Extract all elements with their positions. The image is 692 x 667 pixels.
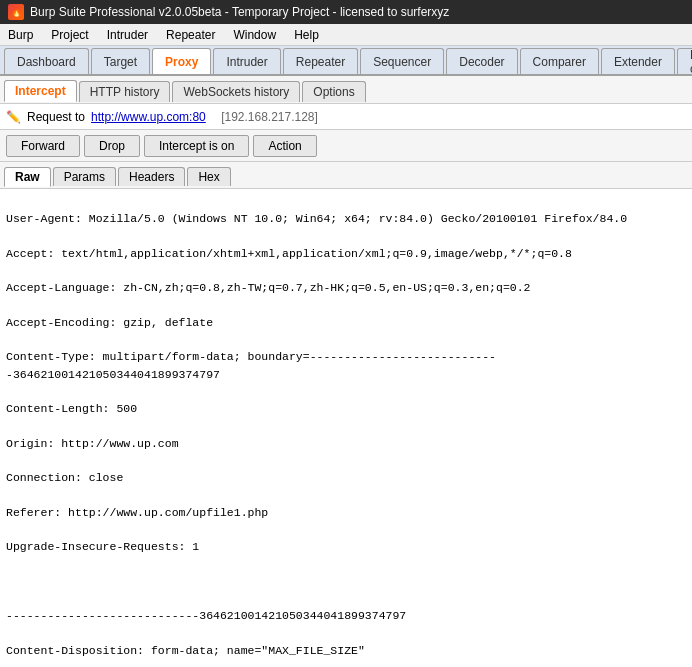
contenttab-hex[interactable]: Hex: [187, 167, 230, 186]
menu-intruder[interactable]: Intruder: [103, 26, 152, 44]
header-connection: Connection: close: [6, 471, 123, 484]
tab-project-options[interactable]: Project options: [677, 48, 692, 74]
request-label: Request to: [27, 110, 85, 124]
tab-extender[interactable]: Extender: [601, 48, 675, 74]
menu-project[interactable]: Project: [47, 26, 92, 44]
sub-tabs: Intercept HTTP history WebSockets histor…: [0, 76, 692, 104]
menu-help[interactable]: Help: [290, 26, 323, 44]
tab-sequencer[interactable]: Sequencer: [360, 48, 444, 74]
header-content-type: Content-Type: multipart/form-data; bound…: [6, 350, 496, 380]
menu-burp[interactable]: Burp: [4, 26, 37, 44]
menu-bar: Burp Project Intruder Repeater Window He…: [0, 24, 692, 46]
header-accept-encoding: Accept-Encoding: gzip, deflate: [6, 316, 213, 329]
drop-button[interactable]: Drop: [84, 135, 140, 157]
header-origin: Origin: http://www.up.com: [6, 437, 179, 450]
subtab-options[interactable]: Options: [302, 81, 365, 102]
tab-target[interactable]: Target: [91, 48, 150, 74]
request-info: ✏️ Request to http://www.up.com:80 [192.…: [0, 104, 692, 130]
contenttab-params[interactable]: Params: [53, 167, 116, 186]
content-disposition-1: Content-Disposition: form-data; name="MA…: [6, 644, 365, 657]
header-user-agent: User-Agent: Mozilla/5.0 (Windows NT 10.0…: [6, 212, 627, 225]
content-tabs: Raw Params Headers Hex: [0, 162, 692, 189]
forward-button[interactable]: Forward: [6, 135, 80, 157]
action-button[interactable]: Action: [253, 135, 316, 157]
subtab-websockets-history[interactable]: WebSockets history: [172, 81, 300, 102]
header-referer: Referer: http://www.up.com/upfile1.php: [6, 506, 268, 519]
request-ip: [192.168.217.128]: [221, 110, 318, 124]
request-separator: [212, 110, 215, 124]
tab-comparer[interactable]: Comparer: [520, 48, 599, 74]
tab-proxy[interactable]: Proxy: [152, 48, 211, 74]
contenttab-raw[interactable]: Raw: [4, 167, 51, 187]
edit-icon: ✏️: [6, 110, 21, 124]
tab-decoder[interactable]: Decoder: [446, 48, 517, 74]
separator1: ----------------------------364621001421…: [6, 609, 406, 622]
content-area[interactable]: User-Agent: Mozilla/5.0 (Windows NT 10.0…: [0, 189, 692, 667]
tab-intruder[interactable]: Intruder: [213, 48, 280, 74]
main-tabs: Dashboard Target Proxy Intruder Repeater…: [0, 46, 692, 76]
title-bar: 🔥 Burp Suite Professional v2.0.05beta - …: [0, 0, 692, 24]
subtab-intercept[interactable]: Intercept: [4, 80, 77, 102]
header-accept-language: Accept-Language: zh-CN,zh;q=0.8,zh-TW;q=…: [6, 281, 531, 294]
app-icon: 🔥: [8, 4, 24, 20]
tab-dashboard[interactable]: Dashboard: [4, 48, 89, 74]
action-bar: Forward Drop Intercept is on Action: [0, 130, 692, 162]
header-upgrade: Upgrade-Insecure-Requests: 1: [6, 540, 199, 553]
header-content-length: Content-Length: 500: [6, 402, 137, 415]
subtab-http-history[interactable]: HTTP history: [79, 81, 171, 102]
menu-repeater[interactable]: Repeater: [162, 26, 219, 44]
contenttab-headers[interactable]: Headers: [118, 167, 185, 186]
tab-repeater[interactable]: Repeater: [283, 48, 358, 74]
intercept-button[interactable]: Intercept is on: [144, 135, 249, 157]
request-url[interactable]: http://www.up.com:80: [91, 110, 206, 124]
title-text: Burp Suite Professional v2.0.05beta - Te…: [30, 5, 449, 19]
menu-window[interactable]: Window: [229, 26, 280, 44]
header-accept: Accept: text/html,application/xhtml+xml,…: [6, 247, 572, 260]
